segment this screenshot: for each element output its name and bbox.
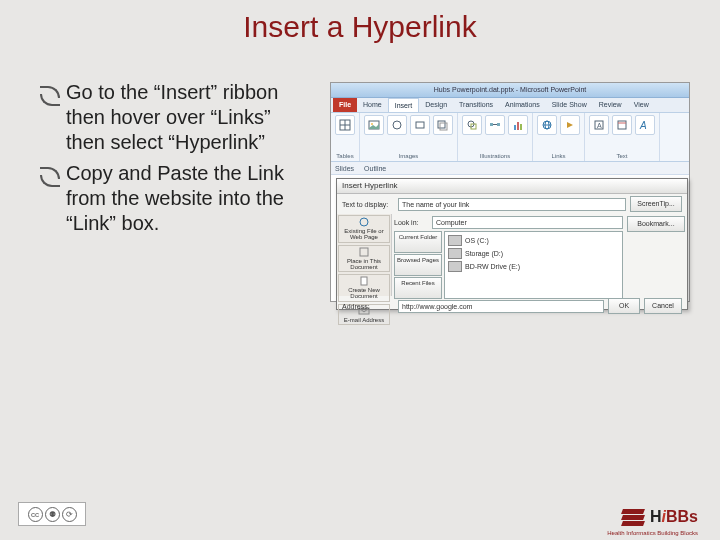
group-illustrations: Illustrations [458, 113, 533, 161]
ok-button[interactable]: OK [608, 298, 640, 314]
header-footer-icon[interactable] [612, 115, 632, 135]
linkto-new[interactable]: Create New Document [338, 274, 390, 302]
logo-tagline: Health Informatics Building Blocks [607, 530, 698, 536]
svg-rect-8 [440, 123, 447, 130]
bookmark-button[interactable]: Bookmark... [627, 216, 685, 232]
svg-rect-15 [517, 122, 519, 130]
group-text: A A Text [585, 113, 660, 161]
svg-rect-22 [618, 121, 626, 129]
screenshot-icon[interactable] [410, 115, 430, 135]
screentip-button[interactable]: ScreenTip... [630, 196, 682, 212]
svg-rect-14 [514, 125, 516, 130]
slides-pane-tabs: Slides Outline [331, 162, 689, 175]
drive-item[interactable]: BD-RW Drive (E:) [448, 261, 619, 272]
tab-transitions[interactable]: Transitions [453, 98, 499, 112]
slide-title: Insert a Hyperlink [0, 10, 720, 44]
group-label: Tables [336, 153, 353, 159]
linkto-existing[interactable]: Existing File or Web Page [338, 215, 390, 243]
drive-item[interactable]: OS (C:) [448, 235, 619, 246]
text-to-display-input[interactable]: The name of your link [398, 198, 626, 211]
group-tables: Tables [331, 113, 360, 161]
cc-icon: cc [28, 507, 43, 522]
browse-recent[interactable]: Recent Files [394, 277, 442, 299]
group-label: Images [399, 153, 419, 159]
wordart-icon[interactable]: A [635, 115, 655, 135]
address-label: Address: [342, 303, 394, 310]
svg-point-5 [393, 121, 401, 129]
table-icon[interactable] [335, 115, 355, 135]
bullet-item: Go to the “Insert” ribbon then hover ove… [40, 80, 310, 155]
group-links: Links [533, 113, 585, 161]
share-icon: ⟳ [62, 507, 77, 522]
hibbs-logo: HiBBs [622, 508, 698, 526]
svg-point-4 [371, 123, 373, 125]
browse-pages[interactable]: Browsed Pages [394, 254, 442, 276]
group-label: Text [616, 153, 627, 159]
chart-icon[interactable] [508, 115, 528, 135]
tab-slideshow[interactable]: Slide Show [546, 98, 593, 112]
ribbon-content: Tables Images Illustrations L [331, 113, 689, 162]
textbox-icon[interactable]: A [589, 115, 609, 135]
logo-text: HiBBs [650, 508, 698, 526]
drive-icon [448, 248, 462, 259]
bullet-list: Go to the “Insert” ribbon then hover ove… [40, 80, 310, 242]
shapes-icon[interactable] [462, 115, 482, 135]
tab-file[interactable]: File [333, 98, 357, 112]
group-label: Illustrations [480, 153, 510, 159]
address-input[interactable]: http://www.google.com [398, 300, 604, 313]
drive-icon [448, 235, 462, 246]
action-icon[interactable] [560, 115, 580, 135]
tab-design[interactable]: Design [419, 98, 453, 112]
window-titlebar: Hubs Powerpoint.dat.pptx - Microsoft Pow… [331, 83, 689, 98]
svg-rect-6 [416, 122, 424, 128]
picture-icon[interactable] [364, 115, 384, 135]
svg-rect-11 [490, 123, 493, 126]
group-label: Links [551, 153, 565, 159]
tab-view[interactable]: View [628, 98, 655, 112]
drive-icon [448, 261, 462, 272]
cancel-button[interactable]: Cancel [644, 298, 682, 314]
dialog-title: Insert Hyperlink [337, 179, 687, 194]
svg-rect-16 [520, 124, 522, 130]
tab-insert[interactable]: Insert [388, 98, 420, 112]
bullet-item: Copy and Paste the Link from the website… [40, 161, 310, 236]
browse-current[interactable]: Current Folder [394, 231, 442, 253]
text-to-display-label: Text to display: [342, 201, 394, 208]
logo-glyph-icon [622, 509, 644, 526]
svg-rect-7 [438, 121, 445, 128]
linkto-place[interactable]: Place in This Document [338, 245, 390, 273]
clipart-icon[interactable] [387, 115, 407, 135]
look-in-label: Look in: [394, 219, 428, 226]
svg-text:A: A [597, 122, 602, 129]
svg-text:A: A [639, 120, 647, 131]
subtab-outline[interactable]: Outline [364, 165, 386, 172]
ribbon-tabs: File Home Insert Design Transitions Anim… [331, 98, 689, 113]
insert-hyperlink-dialog: Insert Hyperlink Text to display: The na… [336, 178, 688, 310]
smartart-icon[interactable] [485, 115, 505, 135]
svg-rect-27 [361, 277, 367, 285]
album-icon[interactable] [433, 115, 453, 135]
hyperlink-icon[interactable] [537, 115, 557, 135]
tab-review[interactable]: Review [593, 98, 628, 112]
tab-animations[interactable]: Animations [499, 98, 546, 112]
link-to-sidebar: Existing File or Web Page Place in This … [337, 214, 392, 296]
svg-point-25 [360, 218, 368, 226]
cc-badge: cc ⚉ ⟳ [18, 502, 86, 526]
look-in-select[interactable]: Computer [432, 216, 623, 229]
person-icon: ⚉ [45, 507, 60, 522]
drive-item[interactable]: Storage (D:) [448, 248, 619, 259]
svg-rect-26 [360, 248, 368, 256]
tab-home[interactable]: Home [357, 98, 388, 112]
drive-list[interactable]: OS (C:) Storage (D:) BD-RW Drive (E:) [444, 231, 623, 299]
svg-rect-12 [497, 123, 500, 126]
group-images: Images [360, 113, 458, 161]
subtab-slides[interactable]: Slides [335, 165, 354, 172]
